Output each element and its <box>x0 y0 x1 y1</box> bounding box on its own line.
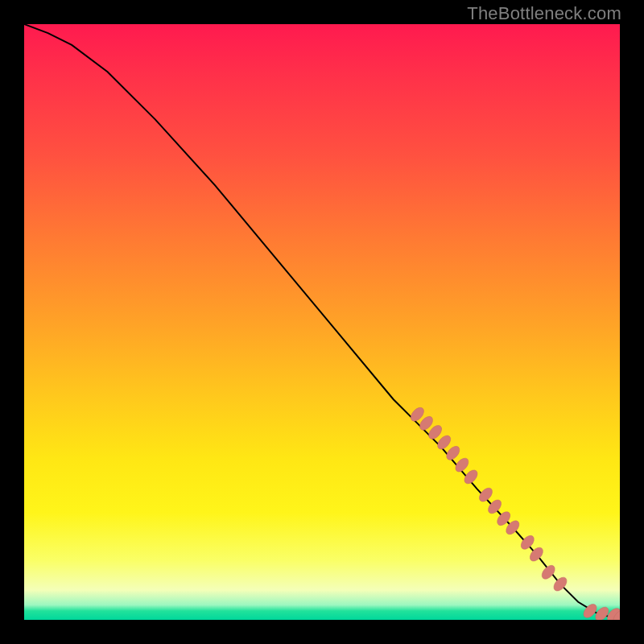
data-marker <box>518 533 536 551</box>
data-marker <box>462 468 480 486</box>
data-markers <box>408 405 620 620</box>
watermark-text: TheBottleneck.com <box>467 3 621 24</box>
chart-svg <box>24 24 620 620</box>
curve-line <box>24 24 620 617</box>
chart-stage: TheBottleneck.com <box>0 0 644 644</box>
data-marker <box>477 485 494 504</box>
plot-area <box>24 24 620 620</box>
data-marker <box>539 563 557 581</box>
